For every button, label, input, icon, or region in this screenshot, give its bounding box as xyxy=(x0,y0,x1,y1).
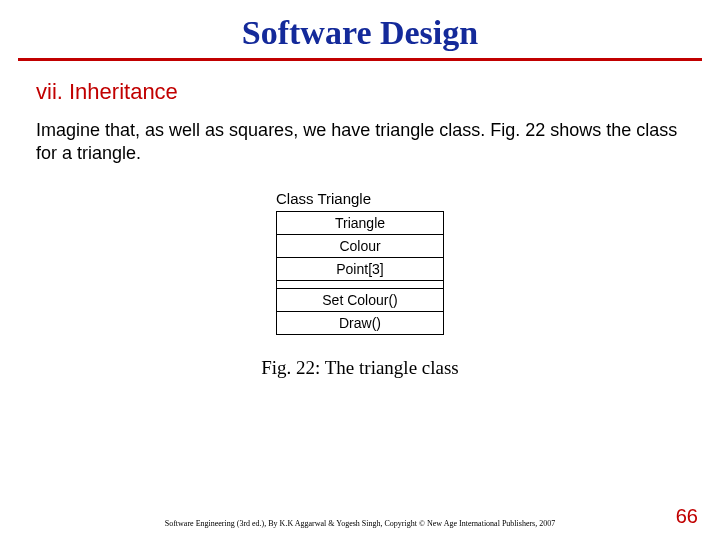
footer: Software Engineering (3rd ed.), By K.K A… xyxy=(0,519,720,528)
sub-heading: vii. Inheritance xyxy=(36,79,684,105)
uml-attr: Point[3] xyxy=(277,257,444,280)
uml-separator xyxy=(277,280,444,288)
content-area: vii. Inheritance Imagine that, as well a… xyxy=(36,79,684,379)
uml-class-label: Class Triangle xyxy=(276,190,444,207)
uml-attr: Colour xyxy=(277,234,444,257)
uml-op: Set Colour() xyxy=(277,288,444,311)
uml-box: Triangle Colour Point[3] Set Colour() Dr… xyxy=(276,211,444,335)
footer-text: Software Engineering (3rd ed.), By K.K A… xyxy=(0,519,720,528)
figure-caption: Fig. 22: The triangle class xyxy=(36,357,684,379)
body-text: Imagine that, as well as squares, we hav… xyxy=(36,119,684,166)
uml-diagram: Class Triangle Triangle Colour Point[3] … xyxy=(36,190,684,335)
uml-attr: Triangle xyxy=(277,211,444,234)
uml-op: Draw() xyxy=(277,311,444,334)
page-number: 66 xyxy=(676,505,698,528)
slide-title: Software Design xyxy=(0,14,720,52)
divider xyxy=(18,58,702,61)
